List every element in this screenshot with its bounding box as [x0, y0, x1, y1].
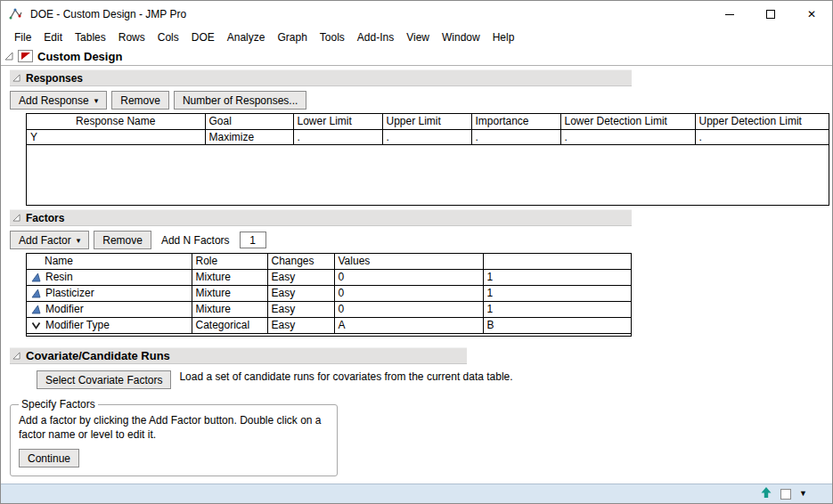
menu-tables[interactable]: Tables [69, 28, 112, 46]
factor-value-cell[interactable]: 0 [334, 269, 483, 285]
menu-cols[interactable]: Cols [151, 28, 185, 46]
response-upper-detection-cell[interactable]: . [695, 129, 829, 144]
remove-factor-button[interactable]: Remove [94, 231, 151, 249]
col-name: Name [27, 254, 192, 269]
col-importance: Importance [471, 114, 560, 129]
factor-name-cell[interactable]: Plasticizer [27, 286, 192, 301]
response-lower-limit-cell[interactable]: . [293, 129, 382, 144]
disclosure-triangle-icon[interactable] [12, 352, 20, 360]
response-upper-limit-cell[interactable]: . [382, 129, 471, 144]
continue-button[interactable]: Continue [19, 449, 79, 467]
factor-role-cell[interactable]: Mixture [192, 285, 267, 301]
menu-tools[interactable]: Tools [314, 28, 351, 46]
remove-factor-label: Remove [102, 234, 143, 247]
specify-factors-legend: Specify Factors [19, 398, 98, 411]
disclosure-triangle-icon[interactable] [12, 74, 20, 82]
red-triangle-menu-icon[interactable] [18, 50, 33, 62]
factors-section-header[interactable]: Factors [10, 209, 632, 226]
continue-label: Continue [28, 452, 70, 465]
disclosure-triangle-icon[interactable] [4, 52, 13, 61]
factor-row: Resin Mixture Easy 0 1 [27, 269, 631, 285]
menu-add-ins[interactable]: Add-Ins [351, 28, 400, 46]
caption-buttons: ✕ [709, 1, 832, 28]
col-role: Role [192, 254, 267, 269]
factor-name: Modifier Type [45, 319, 110, 331]
factors-table: Name Role Changes Values Resin [26, 253, 632, 337]
responses-title: Responses [26, 72, 83, 85]
menu-graph[interactable]: Graph [271, 28, 313, 46]
status-bar: ▼ [1, 484, 832, 503]
col-values-2 [483, 254, 631, 269]
factor-role-cell[interactable]: Mixture [192, 301, 267, 317]
factor-changes-cell[interactable]: Easy [267, 317, 334, 333]
factor-value-cell[interactable]: 1 [483, 285, 631, 301]
minimize-button[interactable] [709, 1, 750, 28]
jmp-window: DOE - Custom Design - JMP Pro ✕ File Edi… [0, 0, 833, 504]
menu-window[interactable]: Window [436, 28, 486, 46]
menu-edit[interactable]: Edit [37, 28, 69, 46]
responses-section-header[interactable]: Responses [10, 69, 632, 86]
menu-analyze[interactable]: Analyze [221, 28, 272, 46]
col-response-name: Response Name [27, 114, 205, 129]
menu-view[interactable]: View [400, 28, 436, 46]
factor-changes-cell[interactable]: Easy [267, 301, 334, 317]
responses-table: Response Name Goal Lower Limit Upper Lim… [26, 113, 829, 206]
disclosure-triangle-icon[interactable] [12, 214, 20, 222]
factor-value-cell[interactable]: 1 [483, 269, 631, 285]
window-title: DOE - Custom Design - JMP Pro [30, 8, 186, 20]
close-button[interactable]: ✕ [791, 1, 832, 28]
maximize-icon [766, 10, 775, 19]
factor-name: Resin [45, 271, 73, 283]
factor-value-cell[interactable]: A [334, 317, 483, 333]
covariate-description: Load a set of candidate runs for covaria… [179, 370, 535, 384]
add-n-factors-label: Add N Factors [161, 234, 230, 247]
factor-value-cell[interactable]: B [483, 317, 631, 333]
covariate-section-header[interactable]: Covariate/Candidate Runs [10, 347, 467, 364]
number-of-responses-button[interactable]: Number of Responses... [174, 91, 306, 110]
remove-response-button[interactable]: Remove [111, 91, 169, 110]
factor-name: Plasticizer [45, 287, 94, 299]
factor-name-cell[interactable]: Modifier [27, 302, 192, 317]
col-upper-limit: Upper Limit [382, 114, 471, 129]
dropdown-arrow-icon: ▾ [77, 236, 81, 245]
categorical-factor-icon [30, 321, 41, 330]
col-lower-detection-limit: Lower Detection Limit [560, 114, 695, 129]
dropdown-arrow-icon: ▾ [94, 96, 99, 105]
menu-rows[interactable]: Rows [112, 28, 151, 46]
close-icon: ✕ [807, 9, 816, 20]
factor-value-cell[interactable]: 0 [334, 301, 483, 317]
covariate-row: Select Covariate Factors Load a set of c… [37, 370, 832, 389]
maximize-button[interactable] [750, 1, 791, 28]
response-importance-cell[interactable]: . [471, 129, 560, 144]
col-goal: Goal [205, 114, 293, 129]
add-response-button[interactable]: Add Response ▾ [10, 91, 107, 110]
factor-role-cell[interactable]: Categorical [192, 317, 267, 333]
number-of-responses-label: Number of Responses... [183, 94, 298, 107]
response-lower-detection-cell[interactable]: . [560, 129, 695, 144]
menu-file[interactable]: File [8, 28, 37, 46]
menu-doe[interactable]: DOE [185, 28, 221, 46]
select-covariate-factors-button[interactable]: Select Covariate Factors [37, 370, 171, 389]
factors-toolbar: Add Factor ▾ Remove Add N Factors [10, 231, 832, 249]
col-changes: Changes [267, 254, 334, 269]
menu-help[interactable]: Help [486, 28, 521, 46]
add-response-label: Add Response [19, 94, 89, 107]
status-menu-arrow-icon[interactable]: ▼ [799, 490, 807, 498]
factor-role-cell[interactable]: Mixture [192, 269, 267, 285]
status-checkbox[interactable] [780, 489, 791, 500]
add-factor-button[interactable]: Add Factor ▾ [10, 231, 89, 249]
report-title: Custom Design [37, 50, 122, 63]
response-goal-cell[interactable]: Maximize [205, 129, 293, 144]
title-bar: DOE - Custom Design - JMP Pro ✕ [1, 1, 832, 28]
factor-name-cell[interactable]: Resin [27, 270, 192, 285]
factor-changes-cell[interactable]: Easy [267, 285, 334, 301]
factor-value-cell[interactable]: 1 [483, 301, 631, 317]
factor-changes-cell[interactable]: Easy [267, 269, 334, 285]
factor-row: Modifier Mixture Easy 0 1 [27, 301, 631, 317]
response-name-cell[interactable]: Y [27, 129, 205, 144]
factor-value-cell[interactable]: 0 [334, 285, 483, 301]
covariate-title: Covariate/Candidate Runs [26, 349, 170, 362]
up-arrow-icon[interactable] [760, 486, 772, 501]
factor-name-cell[interactable]: Modifier Type [27, 318, 192, 333]
add-n-factors-input[interactable] [240, 232, 266, 248]
